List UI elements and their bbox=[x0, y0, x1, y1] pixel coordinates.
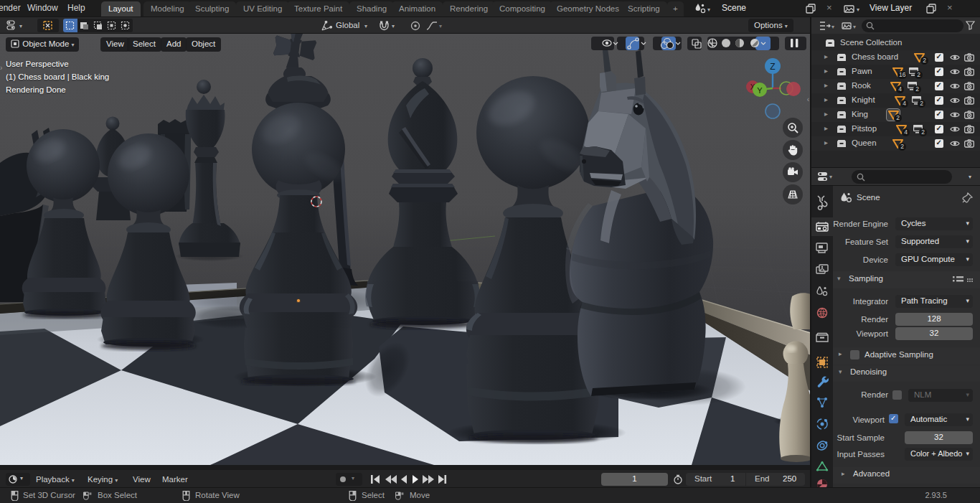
svg-text:Z: Z bbox=[770, 62, 775, 72]
svg-text:Y: Y bbox=[757, 86, 763, 95]
